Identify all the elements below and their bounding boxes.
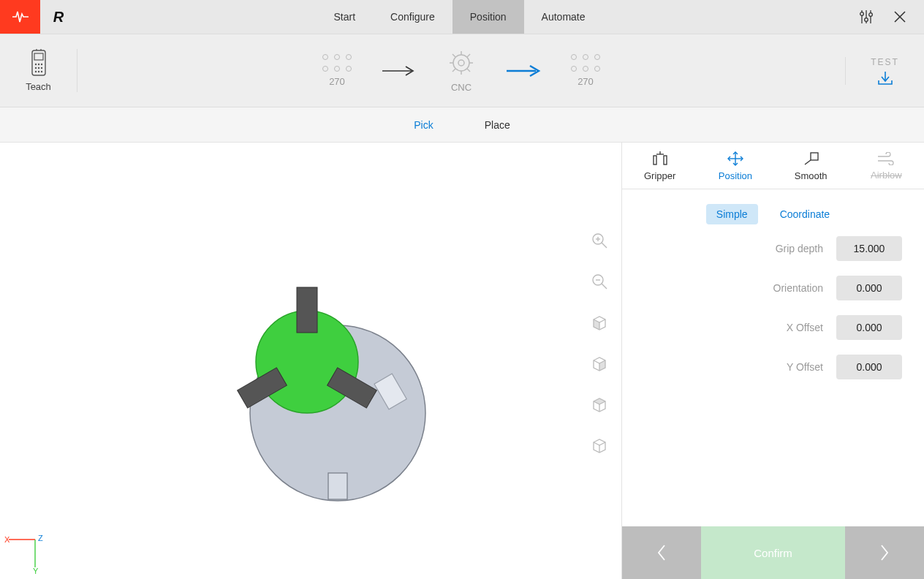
- confirm-button[interactable]: Confirm: [701, 526, 845, 579]
- svg-rect-38: [297, 287, 317, 333]
- view-front-button[interactable]: [589, 312, 610, 333]
- settings-button[interactable]: [860, 10, 873, 24]
- chevron-right-icon: [879, 543, 890, 562]
- tab-configure[interactable]: Configure: [373, 0, 452, 34]
- panel-footer: Confirm: [622, 526, 924, 579]
- canvas-tool-column: [589, 230, 610, 455]
- zoom-in-icon: [591, 232, 608, 249]
- teach-button[interactable]: Teach: [0, 49, 77, 92]
- svg-line-31: [452, 69, 455, 72]
- field-value[interactable]: 0.000: [836, 276, 902, 300]
- svg-line-47: [602, 284, 607, 289]
- mode-simple[interactable]: Simple: [706, 204, 758, 224]
- workflow-node-cnc[interactable]: CNC: [447, 48, 476, 93]
- main-tabs: Start Configure Position Automate: [77, 0, 842, 34]
- workflow-bar: Teach 270 CNC: [0, 34, 924, 107]
- status-indicator[interactable]: [0, 0, 40, 34]
- close-button[interactable]: [893, 10, 906, 23]
- grid-icon: [322, 54, 352, 72]
- canvas-area[interactable]: X Z Y: [0, 143, 621, 579]
- test-label: TEST: [871, 57, 899, 67]
- position-fields: Grip depth 15.000 Orientation 0.000 X Of…: [622, 235, 924, 379]
- axes-indicator: X Z Y: [4, 534, 48, 575]
- panel-tab-label: Airblow: [871, 170, 902, 181]
- svg-point-16: [37, 67, 39, 69]
- prev-button[interactable]: [622, 526, 701, 579]
- move-icon: [727, 151, 744, 166]
- svg-rect-71: [811, 153, 818, 160]
- cube-front-icon: [591, 314, 608, 331]
- panel-tab-position[interactable]: Position: [697, 143, 773, 189]
- svg-point-19: [37, 71, 39, 72]
- top-right-tools: [842, 0, 924, 34]
- field-label: Grip depth: [776, 243, 823, 254]
- test-button[interactable]: TEST: [845, 57, 924, 85]
- field-value[interactable]: 15.000: [836, 236, 902, 261]
- subtab-place[interactable]: Place: [485, 119, 510, 131]
- view-top-button[interactable]: [589, 394, 610, 415]
- tab-automate[interactable]: Automate: [524, 0, 603, 34]
- zoom-out-icon: [591, 273, 608, 290]
- field-label: Orientation: [773, 282, 823, 294]
- workflow-node-source[interactable]: 270: [322, 54, 352, 87]
- position-mode-row: Simple Coordinate: [622, 189, 924, 235]
- workflow-node-label: 270: [329, 76, 345, 87]
- main-content: X Z Y Gripper: [0, 143, 924, 579]
- svg-line-29: [467, 69, 470, 72]
- workflow-node-label: CNC: [451, 82, 472, 93]
- top-bar: R Start Configure Position Automate: [0, 0, 924, 34]
- svg-marker-56: [594, 398, 605, 404]
- arrow-right-active-icon: [505, 65, 542, 77]
- panel-tab-airblow: Airblow: [849, 143, 924, 189]
- mode-coordinate[interactable]: Coordinate: [770, 204, 841, 224]
- field-label: Y Offset: [787, 361, 823, 373]
- svg-rect-65: [654, 156, 656, 164]
- subtab-pick[interactable]: Pick: [414, 119, 433, 131]
- wind-icon: [876, 152, 895, 165]
- svg-rect-11: [34, 53, 43, 60]
- next-button[interactable]: [845, 526, 924, 579]
- svg-point-20: [40, 71, 42, 72]
- svg-line-28: [452, 54, 455, 57]
- field-value[interactable]: 0.000: [836, 355, 902, 379]
- svg-point-12: [34, 64, 36, 65]
- panel-tab-label: Gripper: [644, 170, 675, 181]
- zoom-out-button[interactable]: [589, 271, 610, 292]
- svg-line-43: [602, 243, 607, 248]
- gripper-icon: [651, 151, 669, 166]
- field-x-offset: X Offset 0.000: [622, 315, 902, 340]
- gripper-visualization: [0, 143, 621, 579]
- app-logo: R: [40, 0, 77, 34]
- svg-text:Z: Z: [38, 534, 43, 542]
- svg-text:Y: Y: [33, 567, 39, 575]
- teach-label: Teach: [26, 81, 51, 92]
- arrow-right-icon: [381, 65, 417, 77]
- svg-point-22: [453, 55, 469, 71]
- svg-rect-66: [664, 156, 667, 164]
- svg-point-3: [860, 12, 864, 16]
- view-iso-button[interactable]: [589, 435, 610, 455]
- cube-side-icon: [591, 355, 608, 372]
- panel-tab-smooth[interactable]: Smooth: [773, 143, 849, 189]
- view-side-button[interactable]: [589, 353, 610, 374]
- pick-place-tabs: Pick Place: [0, 107, 924, 143]
- zoom-in-button[interactable]: [589, 230, 610, 251]
- chevron-left-icon: [656, 543, 667, 562]
- tab-start[interactable]: Start: [316, 0, 373, 34]
- field-value[interactable]: 0.000: [836, 315, 902, 340]
- workflow-node-target[interactable]: 270: [571, 54, 600, 87]
- svg-rect-35: [328, 473, 347, 499]
- tab-position[interactable]: Position: [452, 0, 524, 34]
- pendant-icon: [28, 49, 50, 78]
- panel-tab-label: Smooth: [795, 170, 828, 181]
- svg-point-18: [34, 71, 36, 72]
- svg-point-14: [40, 64, 42, 65]
- panel-tab-gripper[interactable]: Gripper: [622, 143, 697, 189]
- svg-line-30: [467, 54, 470, 57]
- smooth-icon: [802, 151, 819, 166]
- sliders-icon: [860, 10, 873, 24]
- gear-icon: [447, 48, 476, 77]
- svg-point-15: [34, 67, 36, 69]
- svg-text:X: X: [4, 535, 10, 544]
- field-y-offset: Y Offset 0.000: [622, 355, 902, 379]
